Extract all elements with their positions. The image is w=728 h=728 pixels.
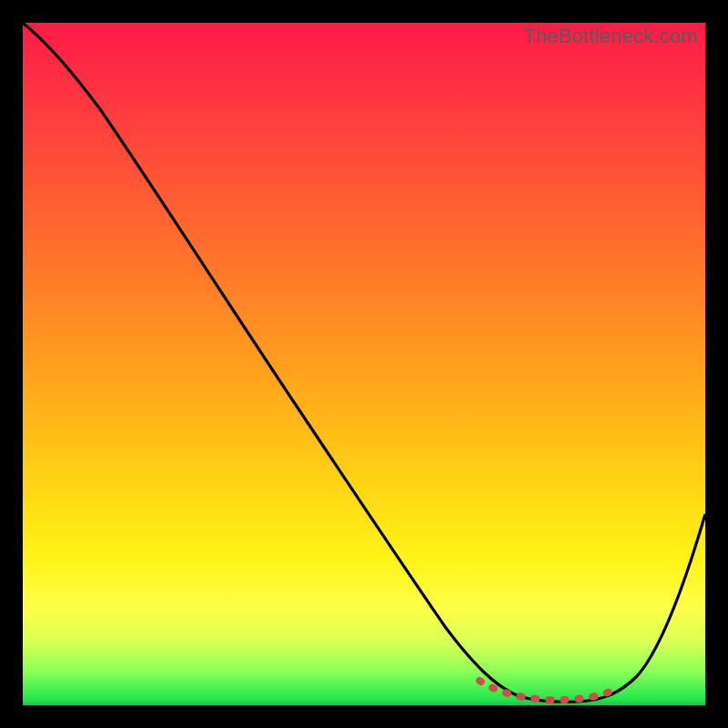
bottleneck-curve — [23, 23, 705, 705]
chart-frame: TheBottleneck.com — [23, 23, 705, 705]
curve-path — [23, 23, 705, 702]
plot-area — [23, 23, 705, 705]
watermark-text: TheBottleneck.com — [523, 25, 698, 48]
